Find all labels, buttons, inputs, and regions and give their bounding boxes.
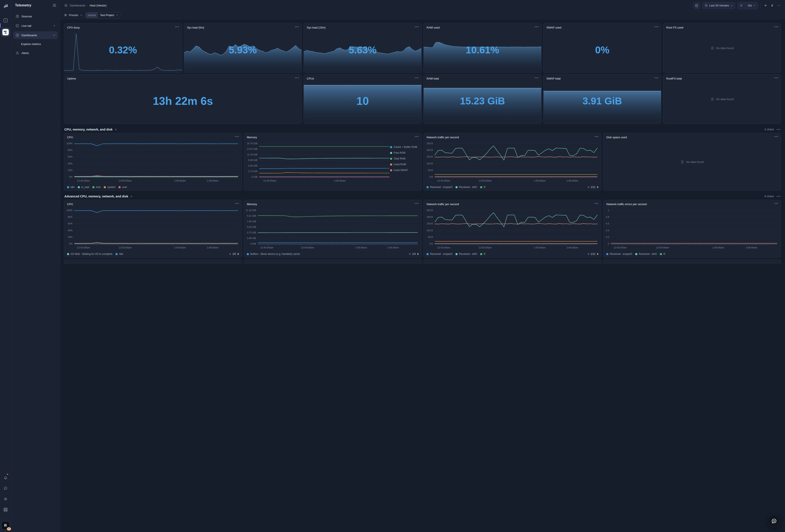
y-tick-label: 60%	[68, 222, 73, 225]
dashboard-content: CPU busy•••0.32% Sys load (5m)•••5.93% S…	[60, 19, 392, 266]
legend-label: user	[122, 186, 127, 189]
legend-item[interactable]: nice	[93, 186, 101, 189]
card-title: CPU	[67, 136, 73, 139]
stat-card-cpu-busy: CPU busy•••0.32%	[64, 23, 182, 73]
section-toggle[interactable]: Advanced CPU, memory, network, and disk	[64, 195, 133, 198]
stat-value: 5.93%	[184, 44, 302, 56]
card-menu-button[interactable]: •••	[235, 136, 239, 137]
x-tick-label: 12:50:00am	[119, 246, 132, 249]
card-title: Memory	[247, 136, 257, 139]
legend-pagination: 1/5	[229, 252, 239, 256]
legend-item[interactable]: Free RAM	[390, 151, 392, 154]
app-logo-icon[interactable]	[2, 3, 9, 9]
y-tick-label: 20%	[68, 236, 73, 238]
legend-item[interactable]: idle	[67, 186, 75, 189]
card-menu-button[interactable]: •••	[295, 26, 299, 28]
breadcrumb: Dashboards › Host (Vector)	[64, 3, 107, 7]
legend-item[interactable]: I/O Wait - Waiting for I/O to complete	[67, 252, 112, 256]
sidebar-item-label: Sources	[21, 15, 32, 18]
legend-item[interactable]: Used RAM	[390, 163, 392, 166]
x-tick-label: 1:06:00am	[207, 246, 218, 249]
source-filter-key: source	[85, 12, 98, 18]
legend-item[interactable]: Idle	[116, 252, 123, 256]
section-header-advanced: Advanced CPU, memory, network, and disk …	[64, 195, 392, 198]
x-tick-label: 1:00:00am	[174, 179, 186, 182]
y-tick-label: 40%	[68, 162, 73, 165]
card-menu-button[interactable]: •••	[235, 203, 239, 204]
x-tick-label: 12:50:00am	[119, 179, 132, 182]
sidebar-title: Telemetry	[15, 3, 31, 7]
legend-label: I/O Wait - Waiting for I/O to complete	[71, 252, 112, 256]
sidebar: Telemetry Sources Live tail	[11, 0, 60, 266]
x-tick-label: 12:42:00am	[263, 179, 276, 182]
y-tick-label: 0 GiB	[250, 242, 256, 245]
card-title: CPU busy	[67, 26, 80, 29]
legend-label: Idle	[119, 252, 123, 256]
x-tick-label: 12:42:00am	[77, 179, 90, 182]
card-title: Uptime	[67, 77, 76, 80]
presets-dropdown[interactable]: Presets	[64, 14, 82, 17]
sidebar-subitem-explore-metrics[interactable]: Explore metrics	[18, 41, 58, 47]
sidebar-item-label: Live tail	[21, 24, 31, 27]
page-next-arrow[interactable]	[238, 253, 239, 255]
y-tick-label: 16.76 GiB	[247, 142, 257, 145]
legend-item[interactable]: Cache + Buffer RAM	[390, 145, 392, 149]
x-tick-label: 1:06:00am	[207, 179, 218, 182]
card-menu-button[interactable]: •••	[175, 26, 179, 28]
legend-swatch	[116, 253, 118, 255]
legend-item[interactable]: Total RAM	[390, 157, 392, 160]
quickstart-icon[interactable]	[2, 17, 9, 24]
chevron-right-icon	[53, 24, 55, 27]
sidebar-item-dashboards[interactable]: Dashboards	[13, 31, 58, 39]
sidebar-item-alerts[interactable]: Alerts	[13, 49, 58, 57]
legend-swatch	[67, 186, 69, 188]
page-prev-arrow[interactable]	[229, 253, 231, 255]
breadcrumb-dashboards[interactable]: Dashboards	[70, 4, 85, 7]
stat-card-sys-load-5m: Sys load (5m)•••5.93%	[184, 23, 302, 73]
stat-card-uptime: Uptime•••13h 22m 6s	[64, 74, 302, 124]
legend-item[interactable]: Used SWAP	[390, 169, 392, 172]
section-header-basic: CPU, memory, network, and disk 4 charts …	[64, 128, 392, 131]
rail-item-dashboards-active[interactable]	[1, 27, 10, 37]
y-tick-label: 20%	[68, 169, 73, 171]
section-toggle[interactable]: CPU, memory, network, and disk	[64, 128, 117, 131]
legend-swatch	[390, 146, 392, 148]
chart-card-adv-memory: Memory•••11.18 GiB9.31 GiB7.45 GiB5.59 G…	[244, 200, 392, 258]
legend-swatch	[67, 253, 69, 255]
sidebar-item-sources[interactable]: Sources	[13, 12, 58, 20]
stat-value: 10	[304, 95, 392, 107]
x-tick-label: 1:00:00am	[334, 179, 346, 182]
logs-icon	[2, 29, 9, 35]
legend-item[interactable]: Buffers - Block device (e.g. harddisk) c…	[247, 252, 300, 256]
collapse-sidebar-icon[interactable]	[52, 3, 57, 8]
app-window: R NF Telemetry Sources	[0, 0, 392, 266]
y-tick-label: 100%	[67, 142, 73, 145]
legend-item[interactable]: system	[104, 186, 116, 189]
y-tick-label: 80%	[68, 216, 73, 218]
x-tick-label: 1:06:00am	[387, 246, 392, 249]
y-tick-label: 100%	[67, 209, 73, 212]
stat-row-2: Uptime•••13h 22m 6s CPUs•••10 RAM total•…	[64, 74, 392, 124]
y-tick-label: 5.59 GiB	[247, 226, 256, 228]
y-tick-label: 40%	[68, 229, 73, 232]
cube-icon	[16, 15, 19, 18]
legend-item[interactable]: user	[119, 186, 127, 189]
y-tick-label: 0%	[69, 242, 73, 245]
y-tick-label: 60%	[68, 155, 73, 158]
sidebar-item-label: Dashboards	[21, 34, 37, 37]
dashboard-grid-icon	[64, 3, 68, 7]
charts-row-advanced: CPU•••100%80%60%40%20%0%12:42:00am12:50:…	[64, 200, 392, 258]
legend-swatch	[119, 186, 121, 188]
x-tick-label: 12:42:00am	[260, 246, 274, 249]
x-tick-label: 12:42:00am	[77, 246, 90, 249]
source-filter[interactable]: source Test Project	[85, 12, 121, 18]
legend-item[interactable]: io_wait	[78, 186, 89, 189]
card-menu-button[interactable]: •••	[295, 77, 299, 79]
presets-label: Presets	[69, 14, 78, 17]
y-tick-label: 5.59 GiB	[248, 164, 257, 167]
partial-card	[244, 259, 392, 264]
sidebar-item-live-tail[interactable]: Live tail	[13, 22, 58, 30]
y-tick-label: 11.18 GiB	[246, 209, 256, 212]
stat-row-1: CPU busy•••0.32% Sys load (5m)•••5.93% S…	[64, 23, 392, 73]
chart-plot: 100%80%60%40%20%0%12:42:00am12:50:00am1:…	[64, 200, 242, 258]
